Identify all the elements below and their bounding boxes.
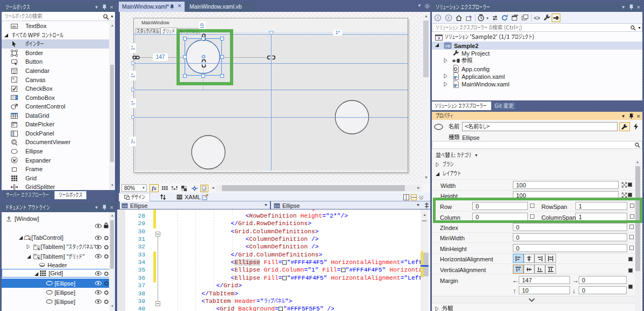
svg-text:VB: VB <box>445 44 450 49</box>
svg-text:<>: <> <box>534 15 540 21</box>
svg-text:<>: <> <box>123 204 127 208</box>
svg-text:<>: <> <box>178 195 182 199</box>
svg-text:<>: <> <box>275 204 279 208</box>
svg-text:abl: abl <box>12 25 16 28</box>
svg-text:12: 12 <box>12 71 16 74</box>
